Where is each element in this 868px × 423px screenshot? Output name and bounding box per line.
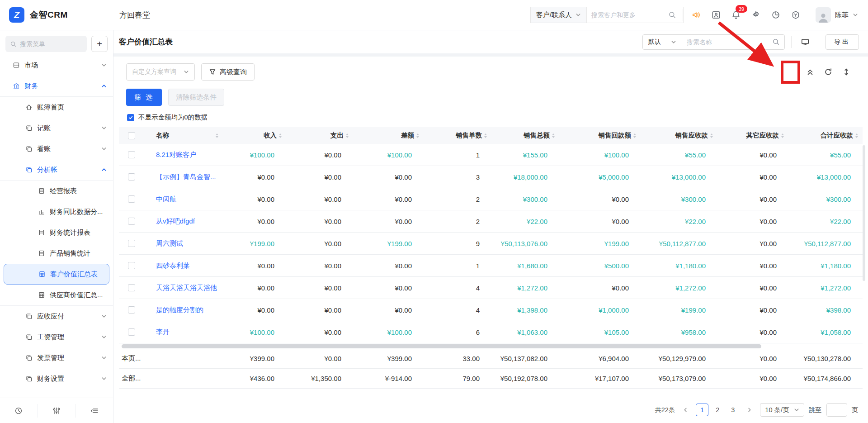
view-select[interactable]: 默认 — [642, 34, 682, 50]
row-checkbox[interactable] — [128, 151, 135, 158]
customer-link[interactable]: 四砂泰利莱 — [156, 261, 190, 269]
customer-link[interactable]: 从v好吧dfgdf — [156, 217, 195, 225]
hide-zero-checkbox[interactable] — [127, 114, 134, 121]
customer-link[interactable]: 李丹 — [156, 328, 170, 336]
col-header-sales_total[interactable]: 销售总额 — [491, 131, 559, 140]
chevron-up-icon — [101, 167, 107, 172]
row-checkbox[interactable] — [128, 262, 135, 269]
row-checkbox[interactable] — [128, 306, 135, 314]
customer-link[interactable]: 8.21对账客户 — [156, 151, 196, 158]
col-header-other_receivable[interactable]: 其它应收款 — [717, 131, 788, 140]
row-checkbox[interactable] — [128, 284, 135, 291]
row-checkbox[interactable] — [128, 218, 135, 225]
vertical-scrollbar[interactable] — [863, 145, 865, 281]
name-search-input[interactable] — [682, 34, 767, 50]
sort-icon[interactable] — [279, 133, 282, 138]
col-header-expense[interactable]: 支出 — [286, 131, 353, 140]
notifications-button[interactable]: 39 — [729, 8, 743, 22]
sidebar-item-bookkeeping[interactable]: 记账 — [0, 118, 113, 138]
col-header-income[interactable]: 收入 — [225, 131, 286, 140]
summary-label: 全部... — [119, 374, 225, 383]
next-page-button[interactable] — [744, 404, 755, 416]
total_receivable-cell: ¥1,272.00 — [788, 284, 863, 292]
row-checkbox[interactable] — [128, 328, 135, 336]
announcement-button[interactable] — [689, 8, 703, 22]
messages-button[interactable] — [709, 8, 723, 22]
sidebar-item-payroll[interactable]: 工资管理 — [0, 327, 113, 347]
help-button[interactable] — [789, 8, 802, 22]
display-settings-button[interactable] — [798, 35, 812, 49]
preferences-button[interactable] — [38, 404, 75, 418]
sort-icon[interactable] — [216, 133, 218, 138]
sidebar-item-market[interactable]: 市场 — [0, 55, 113, 76]
sidebar-item-finance-yoy[interactable]: 财务同比数据分... — [0, 201, 113, 222]
customer-link[interactable]: 中闵航 — [156, 195, 176, 203]
prev-page-button[interactable] — [679, 404, 691, 416]
sidebar-item-finance[interactable]: 财务 — [0, 76, 113, 96]
sort-icon[interactable] — [781, 133, 784, 138]
page-button-3[interactable]: 3 — [726, 404, 739, 416]
name-search-button[interactable] — [767, 34, 785, 50]
sort-icon[interactable] — [633, 133, 636, 138]
col-header-orders[interactable]: 销售单数 — [424, 131, 491, 140]
col-header-sales_receivable[interactable]: 销售应收款 — [641, 131, 717, 140]
global-search-category-label: 客户/联系人 — [536, 11, 572, 19]
main-panel: 客户价值汇总表 默认 导出 — [113, 30, 868, 423]
sidebar-item-customer-value[interactable]: 客户价值汇总表 — [4, 264, 109, 285]
scheme-select[interactable]: 自定义方案查询 — [126, 63, 195, 81]
page-button-1[interactable]: 1 — [696, 404, 708, 416]
brand-logo-icon[interactable]: Z — [9, 7, 24, 23]
menu-search-input[interactable] — [20, 40, 65, 48]
history-button[interactable] — [0, 404, 38, 418]
col-header-name[interactable]: 名称 — [144, 131, 225, 140]
table-row: 天浴天浴天浴天浴他¥0.00¥0.00¥0.004¥1,272.00¥0.00¥… — [119, 277, 863, 299]
add-menu-button[interactable]: + — [91, 36, 108, 52]
sidebar-item-finance-stats[interactable]: 财务统计报表 — [0, 222, 113, 243]
collapse-sidebar-button[interactable] — [75, 404, 113, 418]
col-header-sales_received[interactable]: 销售回款额 — [559, 131, 641, 140]
sort-icon[interactable] — [710, 133, 713, 138]
row-checkbox[interactable] — [128, 240, 135, 247]
col-header-total_receivable[interactable]: 合计应收款 — [788, 131, 863, 140]
jump-page-input[interactable] — [826, 403, 847, 417]
sort-icon[interactable] — [346, 133, 349, 138]
col-header-balance[interactable]: 差额 — [353, 131, 424, 140]
customer-link[interactable]: 是的幅度分割的 — [156, 306, 203, 314]
sidebar-item-view-accounts[interactable]: 看账 — [0, 138, 113, 159]
sidebar-item-business-report[interactable]: 经营报表 — [0, 181, 113, 201]
scrollbar-thumb[interactable] — [122, 344, 761, 348]
search-icon[interactable] — [668, 11, 676, 19]
user-menu[interactable]: 陈菲 — [816, 7, 858, 23]
sales_received-cell: ¥0.00 — [559, 284, 641, 292]
sidebar-item-receivable-payable[interactable]: 应收应付 — [0, 306, 113, 327]
row-checkbox[interactable] — [128, 195, 135, 203]
customer-link[interactable]: 天浴天浴天浴天浴他 — [156, 284, 217, 291]
advanced-query-button[interactable]: 高级查询 — [201, 63, 255, 81]
sidebar-item-finance-settings[interactable]: 财务设置 — [0, 368, 113, 389]
clear-filter-button[interactable]: 清除筛选条件 — [168, 89, 224, 106]
reports-button[interactable] — [769, 8, 783, 22]
sidebar-item-analysis[interactable]: 分析帐 — [0, 159, 113, 180]
settings-button[interactable] — [749, 8, 763, 22]
horizontal-scrollbar[interactable] — [119, 344, 863, 349]
sidebar-item-ledger-home[interactable]: 账簿首页 — [0, 97, 113, 118]
global-search-category[interactable]: 客户/联系人 — [530, 7, 586, 23]
sort-icon[interactable] — [416, 133, 419, 138]
sidebar-item-supplier-value[interactable]: 供应商价值汇总... — [0, 285, 113, 305]
expand-rows-button[interactable] — [841, 67, 852, 77]
select-all-checkbox[interactable] — [128, 132, 135, 139]
refresh-button[interactable] — [823, 67, 834, 77]
filter-button[interactable]: 筛 选 — [126, 89, 162, 106]
export-button[interactable]: 导出 — [826, 34, 859, 50]
sidebar-item-product-sales[interactable]: 产品销售统计 — [0, 243, 113, 264]
customer-link[interactable]: 周六测试 — [156, 239, 183, 247]
row-checkbox[interactable] — [128, 173, 135, 181]
page-button-2[interactable]: 2 — [711, 404, 724, 416]
customer-link[interactable]: 【示例】青岛金智... — [156, 173, 216, 181]
sort-icon[interactable] — [484, 133, 487, 138]
collapse-panel-button[interactable] — [805, 67, 816, 77]
page-size-select[interactable]: 10 条/页 — [760, 403, 804, 417]
sort-icon[interactable] — [855, 133, 858, 138]
sort-icon[interactable] — [552, 133, 555, 138]
sidebar-item-invoice[interactable]: 发票管理 — [0, 347, 113, 368]
